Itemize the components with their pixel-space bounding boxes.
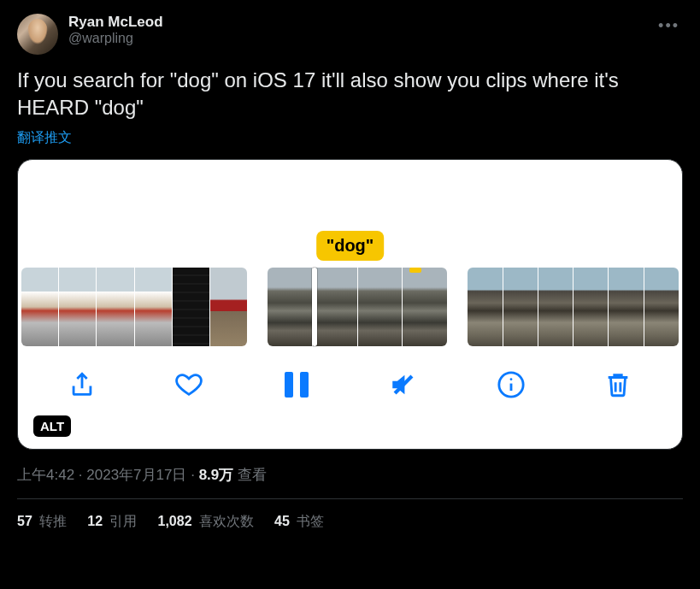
clip-frame xyxy=(97,268,133,346)
svg-point-1 xyxy=(509,378,512,380)
playhead-icon[interactable] xyxy=(312,268,317,346)
video-scrubber-timeline[interactable] xyxy=(18,268,682,346)
clip-frame xyxy=(403,268,447,346)
playhead-marker-icon xyxy=(409,268,421,273)
retweets-stat[interactable]: 57 转推 xyxy=(17,513,67,531)
clip-frame xyxy=(135,268,172,346)
views-label: 查看 xyxy=(233,467,267,483)
quotes-stat[interactable]: 12 引用 xyxy=(87,513,137,531)
clip-group[interactable] xyxy=(21,268,247,346)
handle: @warpling xyxy=(68,31,163,46)
alt-badge[interactable]: ALT xyxy=(33,415,71,437)
clip-frame xyxy=(268,268,312,346)
tweet-stats: 57 转推 12 引用 1,082 喜欢次数 45 书签 xyxy=(17,513,683,531)
views-count: 8.9万 xyxy=(199,467,234,483)
clip-frame xyxy=(644,268,679,346)
clip-frame xyxy=(538,268,573,346)
tweet-text: If you search for "dog" on iOS 17 it'll … xyxy=(17,67,683,122)
search-token-chip: "dog" xyxy=(316,231,385,261)
author-names[interactable]: Ryan McLeod @warpling xyxy=(68,14,163,46)
likes-stat[interactable]: 1,082 喜欢次数 xyxy=(158,513,255,531)
clip-frame xyxy=(210,268,247,346)
tweet-meta: 上午4:42 · 2023年7月17日 · 8.9万 查看 xyxy=(17,465,683,499)
clip-frame xyxy=(313,268,357,346)
clip-group[interactable] xyxy=(268,268,447,346)
clip-frame xyxy=(609,268,643,346)
avatar[interactable] xyxy=(17,14,58,55)
clip-frame xyxy=(59,268,96,346)
pause-icon[interactable] xyxy=(279,368,314,402)
tweet-date[interactable]: 2023年7月17日 xyxy=(86,467,186,483)
share-icon[interactable] xyxy=(65,368,99,402)
clip-frame xyxy=(503,268,538,346)
clip-frame xyxy=(468,268,502,346)
media-header-area: "dog" xyxy=(18,160,682,268)
tweet-header: Ryan McLeod @warpling ••• xyxy=(17,14,683,55)
clip-group[interactable] xyxy=(468,268,679,346)
info-icon[interactable] xyxy=(494,368,528,402)
bookmarks-stat[interactable]: 45 书签 xyxy=(274,513,324,531)
clip-frame xyxy=(173,268,209,346)
clip-frame xyxy=(574,268,608,346)
display-name: Ryan McLeod xyxy=(68,14,163,31)
tweet-time[interactable]: 上午4:42 xyxy=(17,467,74,483)
clip-frame xyxy=(21,268,58,346)
mute-icon[interactable] xyxy=(386,368,421,402)
heart-icon[interactable] xyxy=(172,368,206,402)
clip-frame xyxy=(358,268,403,346)
media-attachment[interactable]: "dog" xyxy=(17,159,683,450)
trash-icon[interactable] xyxy=(601,368,635,402)
translate-link[interactable]: 翻译推文 xyxy=(17,129,683,147)
tweet-container: Ryan McLeod @warpling ••• If you search … xyxy=(0,0,700,545)
more-menu-icon[interactable]: ••• xyxy=(655,14,683,38)
media-toolbar xyxy=(18,346,682,423)
